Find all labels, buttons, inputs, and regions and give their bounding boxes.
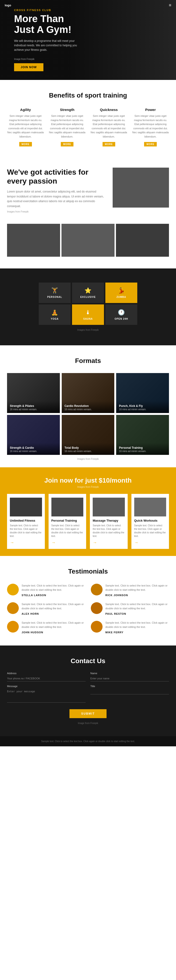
format-title-2: Punch, Kick & Fly xyxy=(119,404,166,407)
hero-description: We will develop a programme that will me… xyxy=(14,39,80,52)
title-label: Title xyxy=(90,685,169,687)
testimonial-name-5: MIKE FERRY xyxy=(105,631,169,634)
benefit-more-3[interactable]: MORE xyxy=(144,142,157,146)
join-card-arrow-3[interactable]: → xyxy=(134,540,138,545)
footer-text: Sample text. Click to select the text bo… xyxy=(7,740,169,743)
activity-photo-2 xyxy=(62,224,114,257)
service-label-5: OPEN 24H xyxy=(114,318,128,320)
contact-image-credit: Image from Freepik xyxy=(7,722,169,724)
testimonial-name-1: RICK JOHNSON xyxy=(105,594,169,597)
testimonial-text-3: Sample text. Click to select the text bo… xyxy=(105,602,169,611)
benefits-title: Benefits of sport training xyxy=(7,92,169,99)
service-card-exclusive[interactable]: ⭐ EXCLUSIVE xyxy=(72,283,104,303)
hero-section: CROSS FITNESS CLUB More Than Just A Gym!… xyxy=(0,0,176,80)
format-card-3[interactable]: Strength & Cardio 16 mins ad minim venia… xyxy=(7,415,60,455)
activities-photos xyxy=(7,224,169,257)
join-card-0: Unlimited Fitness Sample text. Click to … xyxy=(7,494,45,549)
testimonial-avatar-5 xyxy=(91,621,103,633)
join-card-arrow-1[interactable]: → xyxy=(51,540,55,545)
formats-grid: Strength & Pilates 16 mins ad minim veni… xyxy=(7,373,169,455)
submit-button[interactable]: SUBMIT xyxy=(70,709,106,718)
format-card-0[interactable]: Strength & Pilates 16 mins ad minim veni… xyxy=(7,373,60,413)
formats-image-credit: Images from Freepik xyxy=(7,458,169,460)
benefit-more-2[interactable]: MORE xyxy=(103,142,115,146)
benefit-item-2: Quickness Sem integer vitae justo eget m… xyxy=(90,108,127,146)
formats-title: Formats xyxy=(7,357,169,364)
format-card-2[interactable]: Punch, Kick & Fly 16 mins ad minim venia… xyxy=(116,373,169,413)
join-card-image-0 xyxy=(10,498,42,517)
name-input[interactable] xyxy=(90,676,169,681)
title-input[interactable] xyxy=(90,689,169,694)
testimonials-grid: Sample text. Click to select the text bo… xyxy=(7,584,169,634)
join-card-desc-3: Sample text. Click to select the text bo… xyxy=(134,524,166,538)
service-icon-1: ⭐ xyxy=(84,287,92,294)
format-subtitle-5: 16 mins ad minim veniam. xyxy=(119,450,166,452)
testimonial-avatar-2 xyxy=(7,602,19,614)
join-card-image-2 xyxy=(93,498,125,517)
message-textarea[interactable] xyxy=(7,689,86,703)
format-card-5[interactable]: Personal Training 16 mins ad minim venia… xyxy=(116,415,169,455)
service-label-3: YOGA xyxy=(51,318,59,320)
benefit-more-1[interactable]: MORE xyxy=(61,142,73,146)
testimonial-item-4: Sample text. Click to select the text bo… xyxy=(7,621,85,634)
testimonial-text-block-0: Sample text. Click to select the text bo… xyxy=(22,584,85,597)
address-label: Address xyxy=(7,672,86,675)
format-overlay-5: Personal Training 16 mins ad minim venia… xyxy=(116,443,169,455)
join-now-button[interactable]: JOIN NOW xyxy=(14,63,43,71)
name-field-group: Name xyxy=(90,672,169,681)
join-card-arrow-0[interactable]: → xyxy=(10,540,14,545)
testimonial-item-5: Sample text. Click to select the text bo… xyxy=(91,621,169,634)
format-overlay-3: Strength & Cardio 16 mins ad minim venia… xyxy=(7,443,60,455)
service-card-open-24h[interactable]: 🕐 OPEN 24H xyxy=(105,304,137,325)
activity-photo-3 xyxy=(116,224,169,257)
benefit-title-3: Power xyxy=(132,108,169,111)
format-overlay-0: Strength & Pilates 16 mins ad minim veni… xyxy=(7,401,60,413)
testimonial-avatar-4 xyxy=(7,621,19,633)
format-subtitle-2: 16 mins ad minim veniam. xyxy=(119,408,166,410)
formats-section: Formats Strength & Pilates 16 mins ad mi… xyxy=(0,345,176,467)
join-card-title-0: Unlimited Fitness xyxy=(10,519,42,522)
format-card-4[interactable]: Total Body 16 mins ad minim veniam. xyxy=(62,415,114,455)
format-overlay-1: Cardio Revolution 16 mins ad minim venia… xyxy=(62,401,114,413)
services-section: 🏋 PERSONAL ⭐ EXCLUSIVE 💃 ZUMBA 🧘 YOGA 🌡 … xyxy=(0,269,176,345)
activities-image-credit: Images from Freepik xyxy=(7,210,106,213)
testimonial-text-block-5: Sample text. Click to select the text bo… xyxy=(105,621,169,634)
benefits-section: Benefits of sport training Agility Sem i… xyxy=(0,80,176,156)
contact-submit-row: SUBMIT xyxy=(7,709,169,718)
activities-header: We've got activities for every passion L… xyxy=(7,168,169,217)
service-card-yoga[interactable]: 🧘 YOGA xyxy=(39,304,71,325)
testimonial-item-2: Sample text. Click to select the text bo… xyxy=(7,602,85,615)
service-icon-2: 💃 xyxy=(118,287,125,294)
service-icon-4: 🌡 xyxy=(85,309,91,316)
service-card-sauna[interactable]: 🌡 SAUNA xyxy=(72,304,104,325)
contact-left-column: Address Message xyxy=(7,672,86,703)
join-title: Join now for just $10/month xyxy=(7,477,169,484)
testimonial-item-3: Sample text. Click to select the text bo… xyxy=(91,602,169,615)
service-card-zumba[interactable]: 💃 ZUMBA xyxy=(105,283,137,303)
testimonial-text-block-4: Sample text. Click to select the text bo… xyxy=(22,621,85,634)
format-subtitle-3: 16 mins ad minim veniam. xyxy=(10,450,57,452)
message-label: Message xyxy=(7,685,86,687)
join-card-desc-0: Sample text. Click to select the text bo… xyxy=(10,524,42,538)
benefit-title-1: Strength xyxy=(49,108,86,111)
benefit-title-0: Agility xyxy=(7,108,44,111)
testimonial-text-1: Sample text. Click to select the text bo… xyxy=(105,584,169,592)
format-card-1[interactable]: Cardio Revolution 16 mins ad minim venia… xyxy=(62,373,114,413)
testimonial-name-3: PAUL RESTON xyxy=(105,612,169,615)
nav-logo: logo xyxy=(5,3,11,7)
service-card-personal[interactable]: 🏋 PERSONAL xyxy=(39,283,71,303)
format-title-5: Personal Training xyxy=(119,446,166,449)
hamburger-icon[interactable]: ≡ xyxy=(169,3,171,8)
service-label-2: ZUMBA xyxy=(116,296,126,298)
join-card-arrow-2[interactable]: → xyxy=(93,540,97,545)
benefit-item-3: Power Sem integer vitae justo eget magna… xyxy=(132,108,169,146)
benefit-more-0[interactable]: MORE xyxy=(19,142,32,146)
hero-title: More Than Just A Gym! xyxy=(14,13,80,35)
activities-description: Lorem ipsum dolor sit amet, consectetur … xyxy=(7,189,106,208)
activities-main-image xyxy=(113,168,169,208)
activities-title: We've got activities for every passion xyxy=(7,168,106,186)
join-card-desc-1: Sample text. Click to select the text bo… xyxy=(51,524,84,538)
testimonial-text-0: Sample text. Click to select the text bo… xyxy=(22,584,85,592)
service-icon-3: 🧘 xyxy=(51,309,58,316)
address-input[interactable] xyxy=(7,676,86,681)
